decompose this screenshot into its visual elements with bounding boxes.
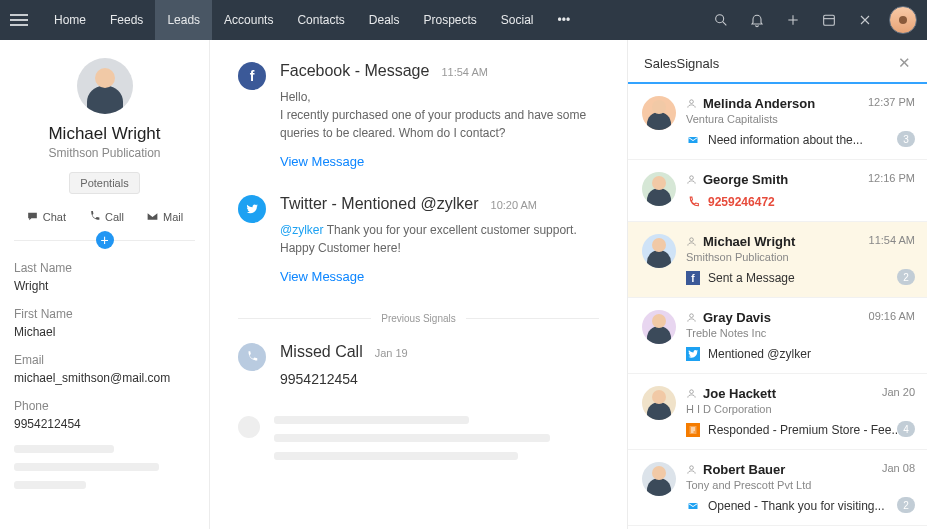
- signal-text: Need information about the...: [708, 133, 863, 147]
- user-avatar[interactable]: [889, 6, 917, 34]
- nav-prospects[interactable]: Prospects: [411, 0, 488, 40]
- signal-time: 12:16 PM: [868, 172, 915, 184]
- person-icon: [686, 236, 697, 247]
- envelope-icon: [686, 133, 700, 147]
- signal-badge: 2: [897, 269, 915, 285]
- previous-signals-divider: Previous Signals: [238, 310, 599, 325]
- person-icon: [686, 388, 697, 399]
- signal-item[interactable]: George Smith925924647212:16 PM: [628, 160, 927, 222]
- phone-value: 9954212454: [14, 417, 195, 431]
- nav-more[interactable]: •••: [546, 0, 583, 40]
- svg-point-0: [716, 15, 724, 23]
- signal-company: Treble Notes Inc: [686, 327, 915, 339]
- email-value: michael_smithson@mail.com: [14, 371, 195, 385]
- feed-message: @zylker Thank you for your excellent cus…: [280, 221, 599, 257]
- signal-company: Tony and Prescott Pvt Ltd: [686, 479, 915, 491]
- nav-contacts[interactable]: Contacts: [285, 0, 356, 40]
- calendar-icon[interactable]: [815, 6, 843, 34]
- signal-name: Joe Hackett: [703, 386, 776, 401]
- svg-point-15: [690, 466, 694, 470]
- form-icon: [686, 423, 700, 437]
- svg-point-10: [690, 390, 694, 394]
- signal-text: 9259246472: [708, 195, 775, 209]
- last-name-value: Wright: [14, 279, 195, 293]
- signal-time: Jan 20: [882, 386, 915, 398]
- hamburger-menu[interactable]: [10, 14, 28, 26]
- person-icon: [686, 312, 697, 323]
- signal-item[interactable]: Joe HackettH I D CorporationResponded - …: [628, 374, 927, 450]
- nav-social[interactable]: Social: [489, 0, 546, 40]
- signal-badge: 4: [897, 421, 915, 437]
- signal-time: 09:16 AM: [869, 310, 915, 322]
- signal-text: Responded - Premium Store - Fee...: [708, 423, 901, 437]
- feed-time: 10:20 AM: [491, 199, 537, 211]
- svg-point-9: [690, 314, 694, 318]
- feed-skeleton: [238, 416, 599, 470]
- notifications-icon[interactable]: [743, 6, 771, 34]
- chat-icon: [26, 210, 39, 223]
- panel-title: SalesSignals: [644, 56, 719, 71]
- signal-time: 11:54 AM: [869, 234, 915, 246]
- signal-text: Sent a Message: [708, 271, 795, 285]
- view-message-link[interactable]: View Message: [280, 269, 599, 284]
- view-message-link[interactable]: View Message: [280, 154, 599, 169]
- skeleton-line: [14, 463, 159, 471]
- nav-deals[interactable]: Deals: [357, 0, 412, 40]
- svg-point-6: [690, 100, 694, 104]
- phone-icon: [88, 210, 101, 223]
- nav-leads[interactable]: Leads: [155, 0, 212, 40]
- nav-tabs: Home Feeds Leads Accounts Contacts Deals…: [42, 0, 582, 40]
- first-name-value: Michael: [14, 325, 195, 339]
- email-label: Email: [14, 353, 195, 367]
- signal-item[interactable]: Robert BauerTony and Prescott Pvt LtdOpe…: [628, 450, 927, 526]
- call-button[interactable]: Call: [88, 210, 124, 223]
- nav-accounts[interactable]: Accounts: [212, 0, 285, 40]
- person-icon: [686, 464, 697, 475]
- signal-avatar: [642, 234, 676, 268]
- chat-button[interactable]: Chat: [26, 210, 66, 223]
- last-name-label: Last Name: [14, 261, 195, 275]
- facebook-icon: f: [238, 62, 266, 90]
- add-icon[interactable]: [779, 6, 807, 34]
- nav-feeds[interactable]: Feeds: [98, 0, 155, 40]
- nav-home[interactable]: Home: [42, 0, 98, 40]
- signal-name: George Smith: [703, 172, 788, 187]
- feed-time: Jan 19: [375, 347, 408, 359]
- signal-text: Mentioned @zylker: [708, 347, 811, 361]
- signal-avatar: [642, 172, 676, 206]
- signal-item[interactable]: Melinda AndersonVentura CapitalistsNeed …: [628, 84, 927, 160]
- feed-title: Missed Call: [280, 343, 363, 361]
- lead-org: Smithson Publication: [48, 146, 160, 160]
- feed-message: Hello,I recently purchased one of your p…: [280, 88, 599, 142]
- signal-avatar: [642, 96, 676, 130]
- add-button[interactable]: +: [96, 231, 114, 249]
- skeleton-line: [14, 445, 114, 453]
- tools-icon[interactable]: [851, 6, 879, 34]
- signal-badge: 3: [897, 131, 915, 147]
- lead-fields: Last NameWright First NameMichael Emailm…: [14, 261, 195, 499]
- missed-call-icon: [238, 343, 266, 371]
- svg-point-7: [690, 176, 694, 180]
- potentials-button[interactable]: Potentials: [69, 172, 139, 194]
- signal-item[interactable]: Gray DavisTreble Notes IncMentioned @zyl…: [628, 298, 927, 374]
- mail-icon: [146, 210, 159, 223]
- envelope-icon: [686, 499, 700, 513]
- skeleton-line: [14, 481, 86, 489]
- feed-item-missed-call: Missed CallJan 19 9954212454: [238, 343, 599, 390]
- svg-point-8: [690, 238, 694, 242]
- close-icon[interactable]: ✕: [898, 54, 911, 72]
- mail-button[interactable]: Mail: [146, 210, 183, 223]
- person-icon: [686, 98, 697, 109]
- feed-item-twitter: Twitter - Mentioned @zylker10:20 AM @zyl…: [238, 195, 599, 284]
- phone-icon: [686, 195, 700, 209]
- feed-title: Facebook - Message: [280, 62, 429, 80]
- search-icon[interactable]: [707, 6, 735, 34]
- feed-time: 11:54 AM: [441, 66, 487, 78]
- first-name-label: First Name: [14, 307, 195, 321]
- lead-name: Michael Wright: [48, 124, 160, 144]
- svg-line-1: [723, 22, 727, 26]
- feed-item-facebook: f Facebook - Message11:54 AM Hello,I rec…: [238, 62, 599, 169]
- signal-avatar: [642, 462, 676, 496]
- signal-item[interactable]: Michael WrightSmithson PublicationfSent …: [628, 222, 927, 298]
- signal-company: Smithson Publication: [686, 251, 915, 263]
